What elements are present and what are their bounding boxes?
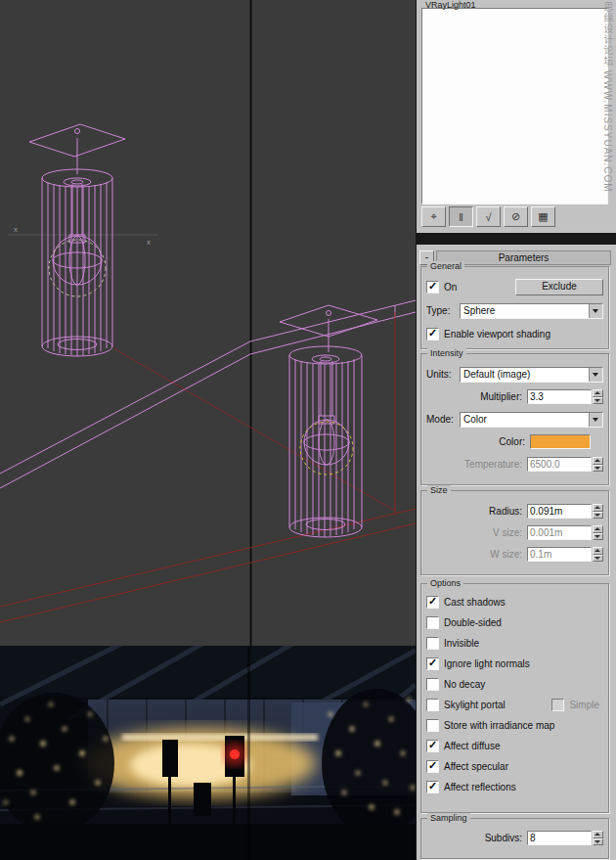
size-group: Size Radius: 0.091m V size: 0.001m — [420, 490, 609, 575]
photo-canvas — [0, 646, 416, 860]
pin-stack-button[interactable]: ⌖ — [421, 206, 446, 227]
affect-reflections-label: Affect reflections — [444, 782, 516, 792]
affect-diffuse-label: Affect diffuse — [444, 741, 500, 751]
radius-label: Radius: — [426, 506, 527, 517]
mode-value: Color — [461, 413, 589, 427]
chevron-down-icon[interactable] — [589, 304, 602, 318]
mode-dropdown[interactable]: Color — [460, 412, 603, 428]
viewport-canvas[interactable]: x x — [0, 0, 416, 646]
multiplier-field[interactable]: 3.3 — [527, 389, 592, 404]
watermark: 思缘设计论坛 WWW.MISSYUAN.COM — [600, 2, 615, 227]
w-size-value: 0.1m — [530, 549, 551, 560]
remove-modifier-button[interactable]: ⊘ — [504, 206, 528, 227]
subdivs-spinner[interactable] — [593, 831, 603, 845]
spinner-down-icon[interactable] — [593, 838, 603, 846]
ignore-light-normals-checkbox[interactable] — [426, 657, 439, 670]
intensity-group-title: Intensity — [427, 348, 466, 358]
subdivs-value: 8 — [530, 833, 536, 843]
no-decay-label: No decay — [444, 679, 485, 690]
units-dropdown[interactable]: Default (image) — [460, 367, 603, 383]
viewport-background-photo — [0, 646, 416, 860]
viewport-background — [0, 0, 416, 646]
type-label: Type: — [426, 305, 460, 316]
modifier-stack-toolbar: ⌖ ‖ √ ⊘ ▦ — [421, 206, 555, 227]
on-label: On — [444, 282, 457, 293]
spinner-up-icon[interactable] — [593, 831, 603, 838]
make-unique-button[interactable]: √ — [476, 206, 501, 227]
color-label: Color: — [426, 436, 530, 447]
affect-diffuse-checkbox[interactable] — [426, 740, 439, 752]
simple-checkbox[interactable] — [551, 699, 564, 711]
spinner-up-icon[interactable] — [593, 525, 603, 533]
enable-viewport-shading-checkbox[interactable] — [426, 328, 439, 340]
w-size-field[interactable]: 0.1m — [527, 547, 592, 562]
spinner-down-icon[interactable] — [593, 465, 603, 473]
v-size-label: V size: — [426, 527, 527, 538]
w-size-spinner[interactable] — [593, 547, 603, 562]
intensity-group: Intensity Units: Default (image) Multipl… — [420, 353, 609, 485]
multiplier-label: Multiplier: — [426, 391, 527, 402]
temperature-spinner[interactable] — [593, 457, 603, 472]
axis-label-x-left: x — [14, 225, 18, 234]
enable-viewport-shading-label: Enable viewport shading — [444, 329, 550, 339]
v-size-value: 0.001m — [530, 527, 562, 538]
configure-modifier-sets-button[interactable]: ▦ — [531, 206, 555, 227]
store-with-irradiance-map-label: Store with irradiance map — [444, 720, 554, 731]
radius-field[interactable]: 0.091m — [527, 504, 592, 519]
light-color-swatch[interactable] — [530, 434, 591, 449]
affect-reflections-checkbox[interactable] — [426, 781, 439, 793]
skylight-portal-checkbox[interactable] — [426, 699, 439, 711]
red-traffic-light — [230, 749, 240, 759]
panel-separator — [417, 233, 616, 245]
spinner-down-icon[interactable] — [593, 555, 603, 563]
multiplier-spinner[interactable] — [593, 389, 603, 404]
spinner-down-icon[interactable] — [593, 512, 603, 520]
on-checkbox[interactable] — [426, 281, 439, 294]
mode-label: Mode: — [426, 414, 460, 425]
invisible-checkbox[interactable] — [426, 637, 439, 650]
double-sided-label: Double-sided — [444, 617, 502, 628]
ignore-light-normals-label: Ignore light normals — [444, 658, 530, 669]
cast-shadows-checkbox[interactable] — [426, 596, 439, 609]
spinner-down-icon[interactable] — [593, 533, 603, 541]
options-group-title: Options — [427, 578, 463, 588]
chevron-down-icon[interactable] — [589, 368, 602, 382]
spinner-down-icon[interactable] — [593, 397, 603, 405]
subdivs-label: Subdivs: — [426, 833, 527, 843]
type-value: Sphere — [461, 304, 589, 318]
v-size-spinner[interactable] — [593, 525, 603, 540]
store-with-irradiance-map-checkbox[interactable] — [426, 719, 439, 732]
spinner-up-icon[interactable] — [593, 389, 603, 397]
command-panel: VRayLight01 思缘设计论坛 WWW.MISSYUAN.COM ⌖ ‖ … — [416, 0, 616, 860]
double-sided-checkbox[interactable] — [426, 616, 439, 629]
object-name-label: VRayLight01 — [425, 0, 476, 10]
w-size-label: W size: — [426, 549, 527, 560]
sampling-group: Sampling Subdivs: 8 — [420, 818, 609, 859]
modifier-stack-list[interactable] — [421, 8, 608, 204]
radius-value: 0.091m — [530, 506, 562, 517]
sampling-group-title: Sampling — [427, 813, 470, 823]
spinner-up-icon[interactable] — [593, 457, 603, 465]
exclude-button[interactable]: Exclude — [515, 279, 603, 295]
general-group: General On Exclude Type: Sphere Enable v… — [420, 266, 609, 349]
affect-specular-checkbox[interactable] — [426, 760, 439, 773]
axis-label-x-right: x — [147, 238, 151, 247]
spinner-up-icon[interactable] — [593, 547, 603, 555]
show-end-result-button[interactable]: ‖ — [449, 206, 473, 227]
general-group-title: General — [427, 261, 464, 271]
no-decay-checkbox[interactable] — [426, 678, 439, 691]
chevron-down-icon[interactable] — [589, 413, 602, 427]
temperature-label: Temperature: — [426, 459, 527, 470]
subdivs-field[interactable]: 8 — [527, 831, 592, 845]
affect-specular-label: Affect specular — [444, 761, 508, 772]
spinner-up-icon[interactable] — [593, 504, 603, 512]
radius-spinner[interactable] — [593, 504, 603, 519]
units-value: Default (image) — [461, 368, 589, 382]
temperature-field[interactable]: 6500.0 — [527, 457, 592, 472]
simple-label: Simple — [569, 700, 599, 710]
options-group: Options Cast shadows Double-sided Invisi… — [420, 583, 609, 813]
viewport[interactable]: x x — [0, 0, 416, 646]
v-size-field[interactable]: 0.001m — [527, 525, 592, 540]
type-dropdown[interactable]: Sphere — [460, 303, 603, 319]
size-group-title: Size — [427, 485, 451, 495]
